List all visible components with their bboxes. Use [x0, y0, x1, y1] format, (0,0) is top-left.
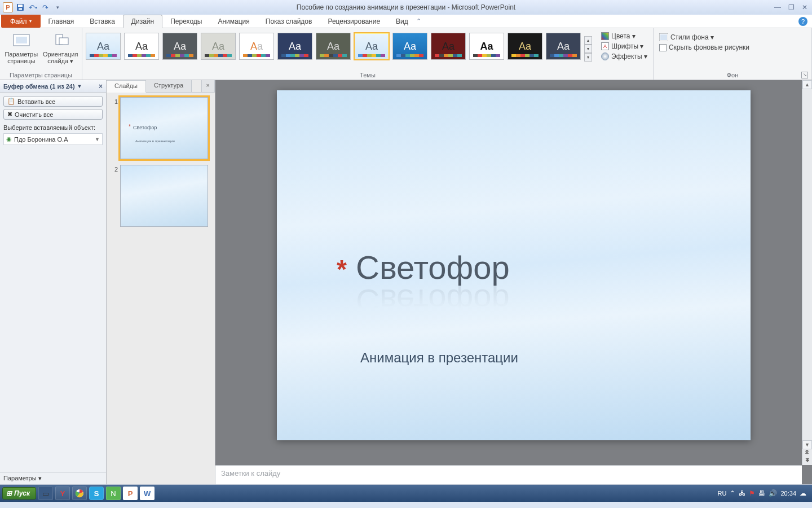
tab-slideshow[interactable]: Показ слайдов: [258, 15, 320, 28]
clipboard-options-button[interactable]: Параметры ▾: [0, 472, 106, 484]
theme-thumb[interactable]: Aa: [546, 33, 581, 60]
ribbon-collapse-icon[interactable]: ⌃: [416, 17, 421, 25]
ribbon: Параметры страницы Ориентация слайда ▾ П…: [0, 28, 812, 80]
tray-weather-icon[interactable]: ☁: [800, 489, 806, 497]
clipboard-close-icon[interactable]: ×: [99, 82, 103, 90]
slide-thumb-row[interactable]: 2: [110, 165, 211, 227]
theme-thumb[interactable]: Aa: [392, 33, 427, 60]
clipboard-panel: Буфер обмена (1 из 24) ▼ × 📋Вставить все…: [0, 80, 107, 484]
theme-thumb[interactable]: Aa: [162, 33, 197, 60]
colors-icon: [601, 32, 609, 40]
tray-flag-icon[interactable]: ⚑: [749, 489, 755, 497]
redo-icon[interactable]: ↷: [39, 2, 51, 13]
undo-icon[interactable]: ↶▾: [27, 2, 38, 13]
scroll-down-icon[interactable]: ▼: [802, 440, 812, 449]
slide-number: 2: [110, 165, 118, 227]
themes-gallery: Aa Aa Aa Aa Aa Aa Aa Aa Aa Aa Aa Aa Aa ▴…: [86, 29, 592, 62]
taskbar-skype-icon[interactable]: S: [89, 487, 104, 500]
close-button[interactable]: ✕: [800, 3, 810, 11]
tray-chevron-icon[interactable]: ⌃: [730, 489, 735, 497]
tray-network-icon[interactable]: 🖧: [739, 489, 745, 497]
background-styles-button[interactable]: Стили фона ▾: [657, 33, 752, 42]
tab-review[interactable]: Рецензирование: [320, 15, 388, 28]
clipboard-prompt: Выберите вставляемый объект:: [0, 123, 106, 132]
tray-volume-icon[interactable]: 🔊: [769, 489, 777, 497]
app-menu-icon[interactable]: P: [2, 2, 14, 13]
taskbar-yandex-icon[interactable]: Y: [55, 487, 70, 500]
group-page-setup-label: Параметры страницы: [3, 71, 78, 80]
svg-rect-2: [19, 8, 22, 10]
theme-thumb[interactable]: Aa: [277, 33, 312, 60]
bg-styles-icon: [659, 33, 668, 41]
slide-orientation-button[interactable]: Ориентация слайда ▾: [43, 29, 79, 64]
minimize-button[interactable]: —: [773, 3, 783, 11]
clipboard-header: Буфер обмена (1 из 24) ▼ ×: [0, 80, 106, 93]
clear-all-button[interactable]: ✖Очистить все: [3, 109, 103, 120]
slide-subtitle[interactable]: Анимация в презентации: [360, 350, 518, 366]
taskbar-chrome-icon[interactable]: [72, 487, 87, 500]
language-indicator[interactable]: RU: [718, 490, 727, 497]
theme-effects-button[interactable]: Эффекты ▾: [599, 52, 650, 61]
group-background-label: Фон↘: [657, 71, 808, 80]
theme-thumb[interactable]: Aa: [86, 33, 121, 60]
slide-number: 1: [110, 97, 118, 159]
theme-thumb[interactable]: Aa: [316, 33, 351, 60]
clip-item-menu-icon[interactable]: ▼: [95, 137, 100, 142]
save-icon[interactable]: [15, 2, 26, 13]
prev-slide-icon[interactable]: ⯭: [802, 449, 812, 457]
slide-canvas[interactable]: * Светофор Светофор Анимация в презентац…: [277, 90, 751, 440]
tab-design[interactable]: Дизайн: [123, 15, 162, 28]
theme-thumb[interactable]: Aa: [124, 33, 159, 60]
start-button[interactable]: ⊞Пуск: [2, 487, 36, 500]
page-setup-button[interactable]: Параметры страницы: [3, 29, 39, 64]
slide-title[interactable]: Светофор: [356, 248, 510, 286]
slides-tab[interactable]: Слайды: [107, 80, 146, 93]
outline-tab[interactable]: Структура: [146, 80, 192, 92]
slide-thumbnail[interactable]: [120, 165, 208, 227]
checkbox-icon: [659, 44, 667, 51]
tab-home[interactable]: Главная: [41, 15, 82, 28]
tray-clock[interactable]: 20:34: [780, 490, 796, 497]
notes-pane[interactable]: Заметки к слайду: [215, 465, 802, 484]
qat-customize-icon[interactable]: ▾: [52, 2, 63, 13]
svg-rect-1: [18, 5, 23, 7]
slide-editor: * Светофор Светофор Анимация в презентац…: [215, 80, 812, 484]
theme-fonts-button[interactable]: AШрифты ▾: [599, 42, 650, 51]
scroll-up-icon[interactable]: ▲: [802, 80, 812, 89]
hide-background-checkbox[interactable]: Скрыть фоновые рисунки: [657, 43, 752, 52]
theme-thumb-selected[interactable]: Aa: [354, 33, 389, 60]
svg-rect-6: [59, 38, 68, 45]
restore-button[interactable]: ❐: [786, 3, 796, 11]
taskbar-powerpoint-icon[interactable]: P: [123, 487, 138, 500]
slide-thumb-row[interactable]: 1 * Светофор Анимация в презентации: [110, 97, 211, 159]
tab-animation[interactable]: Анимация: [210, 15, 257, 28]
effects-icon: [601, 52, 609, 60]
theme-thumb[interactable]: Aa: [469, 33, 504, 60]
theme-thumb[interactable]: Aa: [431, 33, 466, 60]
tray-device-icon[interactable]: 🖶: [758, 489, 765, 497]
theme-colors-button[interactable]: Цвета ▾: [599, 32, 650, 41]
tab-view[interactable]: Вид: [388, 15, 416, 28]
taskbar-word-icon[interactable]: W: [140, 487, 155, 500]
slides-panel-close-icon[interactable]: ×: [201, 80, 215, 92]
paste-all-button[interactable]: 📋Вставить все: [3, 96, 103, 107]
next-slide-icon[interactable]: ⯯: [802, 457, 812, 465]
tab-transitions[interactable]: Переходы: [162, 15, 210, 28]
theme-thumb[interactable]: Aa: [508, 33, 542, 60]
ribbon-tabs: Файл Главная Вставка Дизайн Переходы Ани…: [0, 15, 812, 28]
help-icon[interactable]: ?: [798, 17, 807, 26]
theme-thumb[interactable]: Aa: [239, 33, 274, 60]
theme-thumb[interactable]: Aa: [201, 33, 236, 60]
slide-thumbnail[interactable]: * Светофор Анимация в презентации: [120, 97, 208, 159]
tab-insert[interactable]: Вставка: [82, 15, 123, 28]
group-themes-label: Темы: [86, 71, 650, 80]
clipboard-item[interactable]: ◉ Пдо Боронина О.А ▼: [3, 133, 103, 145]
taskbar-show-desktop-icon[interactable]: ▭: [38, 487, 53, 500]
taskbar-app-icon[interactable]: N: [106, 487, 121, 500]
dialog-launcher-icon[interactable]: ↘: [801, 72, 808, 78]
slides-panel: Слайды Структура × 1 * Светофор Анимация…: [107, 80, 215, 484]
file-tab[interactable]: Файл: [1, 15, 41, 28]
vertical-scrollbar[interactable]: ▲ ▼ ⯭ ⯯: [802, 80, 812, 465]
themes-gallery-spinner[interactable]: ▴▾▾: [584, 36, 592, 62]
clipboard-menu-icon[interactable]: ▼: [77, 84, 82, 89]
